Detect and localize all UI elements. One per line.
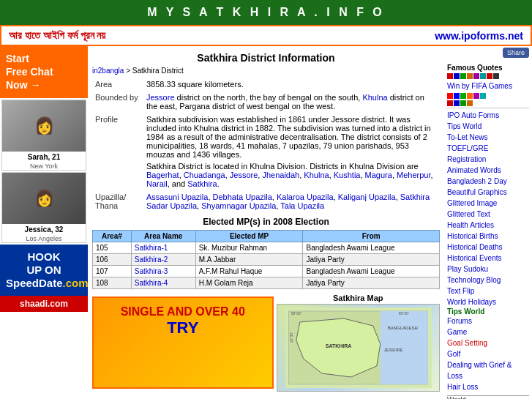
link-kushtia[interactable]: Kushtia <box>334 171 361 179</box>
fifa-bar <box>447 93 529 99</box>
link-hair-loss[interactable]: Hair Loss <box>447 381 529 392</box>
cell-party-4: Jatiya Party <box>303 277 440 289</box>
shaadi-banner[interactable]: shaadi.com <box>0 296 88 312</box>
link-health[interactable]: Health Articles <box>447 220 529 231</box>
link-chuadanga[interactable]: Chuadanga <box>184 171 225 179</box>
map-title: Satkhira Map <box>277 294 441 302</box>
link-animated[interactable]: Animated Words <box>447 165 529 176</box>
link-bagerhat[interactable]: Bagerhat <box>146 171 179 179</box>
bounded-label: Bounded by <box>92 91 143 113</box>
cell-name-4: Satkhira-4 <box>131 277 195 289</box>
link-game[interactable]: Game <box>447 327 529 338</box>
bounded-row: Bounded by Jessore district on the north… <box>92 91 440 113</box>
page-title: Satkhira District Information <box>92 49 440 67</box>
link-khulna2[interactable]: Khulna <box>304 171 329 179</box>
link-satkhira[interactable]: Satkhira <box>187 179 217 188</box>
link-ipo-auto[interactable]: IPO Auto Forms <box>447 110 529 121</box>
chat-banner[interactable]: StartFree ChatNow → <box>0 46 88 98</box>
center-content: Satkhira District Information in2bangla … <box>88 46 444 399</box>
link-bd2day[interactable]: Bangladesh 2 Day <box>447 176 529 187</box>
cell-area-107: 107 <box>93 266 132 277</box>
link-narail[interactable]: Narail <box>146 179 168 188</box>
link-assasuni[interactable]: Assasuni Upazila <box>146 193 208 201</box>
info-table: Area 3858.33 square kilometers. Bounded … <box>92 78 440 212</box>
link-tips-world[interactable]: Tips World <box>447 121 529 132</box>
link-kalaroa[interactable]: Kalaroa Upazila <box>277 193 334 201</box>
ad-url[interactable]: www.ipoforms.net <box>435 30 523 42</box>
link-world-holidays[interactable]: World Holidays <box>447 297 529 307</box>
link-goal-setting[interactable]: Goal Setting <box>447 338 529 348</box>
left-sidebar: StartFree ChatNow → 👩 Sarah, 21 New York… <box>0 46 88 399</box>
link-magura[interactable]: Magura <box>365 171 392 179</box>
cell-name-2: Satkhira-2 <box>131 254 195 266</box>
link-satkhira4[interactable]: Satkhira-4 <box>135 279 168 287</box>
link-khulna[interactable]: Khulna <box>362 93 387 102</box>
bar-sq-7 <box>487 73 492 79</box>
svg-text:89°20': 89°20' <box>398 311 408 316</box>
link-shyamnagar[interactable]: Shyamnagar Upazila <box>201 201 276 210</box>
link-text-flip[interactable]: Text Flip <box>447 286 529 297</box>
fb-share-button[interactable]: Share <box>503 48 529 58</box>
link-to-let[interactable]: To-Let News <box>447 132 529 143</box>
profile-loc-1: New York <box>2 163 86 170</box>
cell-mp-1: Sk. Muzibur Rahman <box>195 242 303 254</box>
profile-text-2: Satkhira District is located in Khulna D… <box>146 162 437 188</box>
fifa-sq-1 <box>447 93 453 99</box>
link-kaliganj[interactable]: Kaliganj Upazila <box>338 193 396 201</box>
bar-sq-5 <box>473 73 479 79</box>
col-from: From <box>303 231 440 242</box>
cell-name-3: Satkhira-3 <box>131 266 195 277</box>
link-tala[interactable]: Tala Upazila <box>280 201 324 210</box>
link-sudoku[interactable]: Play Sudoku <box>447 264 529 275</box>
cell-area-106: 106 <box>93 254 132 266</box>
link-grief[interactable]: Dealing with Grief & Loss <box>447 359 529 381</box>
ad-line1: SINGLE AND OVER 40 <box>101 305 265 318</box>
cell-mp-3: A.F.M Rahul Haque <box>195 266 303 277</box>
center-ad[interactable]: SINGLE AND OVER 40 TRY <box>92 297 274 389</box>
link-jessore[interactable]: Jessore <box>146 93 175 102</box>
upazila-row: Upazilla/Thana Assasuni Upazila, Debhata… <box>92 190 440 212</box>
link-satkhira3[interactable]: Satkhira-3 <box>135 267 168 275</box>
link-satkhira1[interactable]: Satkhira-1 <box>135 244 168 252</box>
breadcrumb-home[interactable]: in2bangla <box>92 67 124 75</box>
link-win-fifa[interactable]: Win by FIFA Games <box>447 81 529 92</box>
upazila-label: Upazilla/Thana <box>92 190 143 212</box>
ad-bar: আর হাতে আইপি ফর্ম পূরন নয় www.ipoforms.… <box>0 25 532 46</box>
cell-area-105: 105 <box>93 242 132 254</box>
svg-text:22°30': 22°30' <box>288 332 293 343</box>
fifa2-sq-1 <box>447 100 453 106</box>
link-toefl[interactable]: TOEFL/GRE Registration <box>447 143 529 165</box>
map-container: Satkhira Map SATKHIRA BANGLADESH JESSORE… <box>277 294 441 392</box>
fifa-bar2 <box>447 100 529 106</box>
link-glittered-text[interactable]: Glittered Text <box>447 209 529 220</box>
link-jhenaidah[interactable]: Jhenaidah <box>262 171 299 179</box>
link-hist-deaths[interactable]: Historical Deaths <box>447 242 529 253</box>
link-golf[interactable]: Golf <box>447 348 529 359</box>
hook-banner[interactable]: HOOKUP ONSpeedDate.com <box>0 245 88 296</box>
profile-img-2: 👩 <box>2 173 86 224</box>
cell-area-108: 108 <box>93 277 132 289</box>
hook-text: HOOKUP ONSpeedDate.com <box>6 250 82 290</box>
link-hist-events[interactable]: Historical Events <box>447 253 529 264</box>
link-forums[interactable]: Forums <box>447 316 529 327</box>
profile-card-1[interactable]: 👩 Sarah, 21 New York <box>1 100 86 171</box>
fifa-sq-5 <box>473 93 479 99</box>
table-row: 108 Satkhira-4 H.M Golam Reja Jatiya Par… <box>93 277 440 289</box>
svg-text:59°00': 59°00' <box>291 311 301 316</box>
tips-world-header: Tips World <box>447 307 529 316</box>
famous-quotes-bar <box>447 73 529 79</box>
link-hist-births[interactable]: Historical Births <box>447 231 529 242</box>
link-jessore2[interactable]: Jessore <box>230 171 258 179</box>
link-satkhira2[interactable]: Satkhira-2 <box>135 256 168 264</box>
cell-party-3: Bangladesh Awami League <box>303 266 440 277</box>
table-row: 106 Satkhira-2 M.A Jabbar Jatiya Party <box>93 254 440 266</box>
cell-name-1: Satkhira-1 <box>131 242 195 254</box>
link-meherpur[interactable]: Meherpur <box>397 171 430 179</box>
link-tech-blog[interactable]: Technology Blog <box>447 275 529 286</box>
link-beautiful[interactable]: Beautiful Graphics <box>447 187 529 198</box>
link-debhata[interactable]: Debhata Upazila <box>213 193 272 201</box>
breadcrumb: in2bangla > Satkhira District <box>92 67 440 75</box>
link-glittered-img[interactable]: Glittered Image <box>447 198 529 209</box>
world-label: World <box>447 396 466 399</box>
profile-card-2[interactable]: 👩 Jessica, 32 Los Angeles <box>1 172 86 243</box>
